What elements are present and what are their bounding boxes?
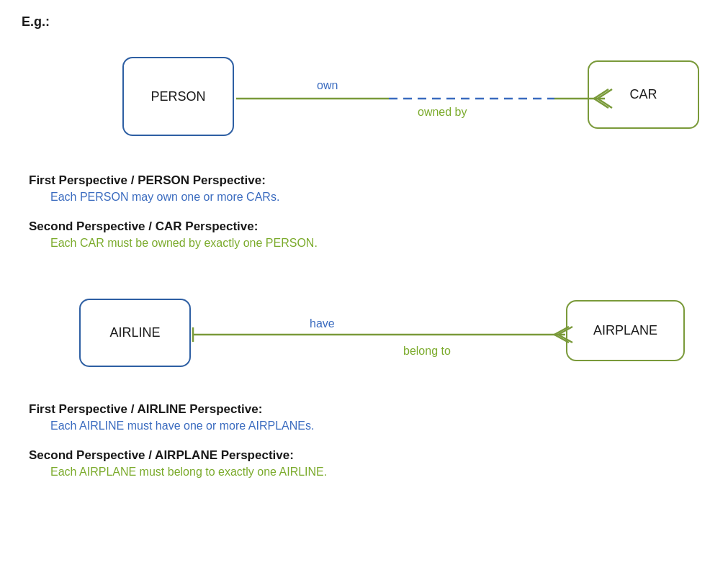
perspective3-title: First Perspective / AIRLINE Perspective: xyxy=(29,402,706,417)
connector-svg2: have belong to xyxy=(36,286,706,386)
perspective2-title: Second Perspective / CAR Perspective: xyxy=(29,219,706,234)
svg-text:have: have xyxy=(310,317,335,330)
perspective1-section: First Perspective / PERSON Perspective: … xyxy=(29,173,706,204)
svg-text:belong to: belong to xyxy=(403,345,451,357)
connector-svg1: own owned by xyxy=(36,42,706,158)
diagram1: PERSON CAR own owned by xyxy=(36,42,706,158)
perspective2-text: Each CAR must be owned by exactly one PE… xyxy=(50,237,706,250)
perspective4-section: Second Perspective / AIRPLANE Perspectiv… xyxy=(29,448,706,479)
perspective4-title: Second Perspective / AIRPLANE Perspectiv… xyxy=(29,448,706,463)
perspective1-title: First Perspective / PERSON Perspective: xyxy=(29,173,706,188)
perspective3-section: First Perspective / AIRLINE Perspective:… xyxy=(29,402,706,432)
perspective4-text: Each AIRPLANE must belong to exactly one… xyxy=(50,466,706,479)
svg-text:own: own xyxy=(317,79,338,91)
perspective1-text: Each PERSON may own one or more CARs. xyxy=(50,191,706,204)
perspective2-section: Second Perspective / CAR Perspective: Ea… xyxy=(29,219,706,250)
perspective3-text: Each AIRLINE must have one or more AIRPL… xyxy=(50,420,706,432)
eg-label: E.g.: xyxy=(22,14,706,30)
diagram2: AIRLINE AIRPLANE have belong to xyxy=(36,286,706,386)
svg-text:owned by: owned by xyxy=(418,106,467,118)
